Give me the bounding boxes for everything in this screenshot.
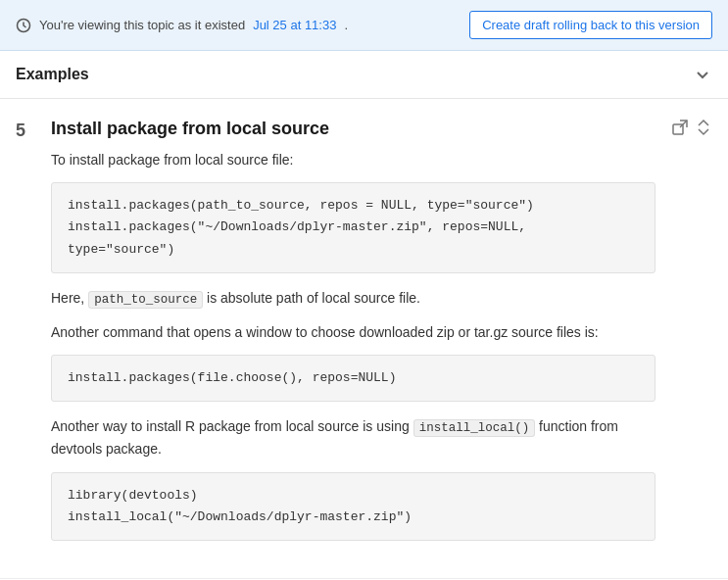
entry-actions <box>671 119 712 136</box>
code-line: library(devtools) <box>68 485 639 507</box>
banner-message: You're viewing this topic as it existed … <box>16 18 348 33</box>
entry-body: Install package from local source To ins… <box>51 119 655 555</box>
code-line: install.packages("~/Downloads/dplyr-mast… <box>68 217 639 260</box>
external-link-icon[interactable] <box>671 119 689 136</box>
section-header: Examples <box>0 51 728 99</box>
note-text-before: Here, <box>51 290 84 306</box>
code-line: install.packages(file.choose(), repos=NU… <box>68 367 639 389</box>
create-draft-button[interactable]: Create draft rolling back to this versio… <box>469 11 712 39</box>
clock-icon <box>16 18 31 33</box>
entry-title: Install package from local source <box>51 119 655 139</box>
entry-number: 5 <box>16 119 35 141</box>
inline-code-1: path_to_source <box>88 291 203 309</box>
note-text-3-before: Another way to install R package from lo… <box>51 418 410 434</box>
entry-note-2: Another command that opens a window to c… <box>51 321 655 343</box>
section-title: Examples <box>16 66 89 83</box>
code-line: install.packages(path_to_source, repos =… <box>68 195 639 217</box>
code-block-2: install.packages(file.choose(), repos=NU… <box>51 355 655 402</box>
entry-intro-text: To install package from local source fil… <box>51 149 655 170</box>
entry-note-3: Another way to install R package from lo… <box>51 415 655 459</box>
code-block-1: install.packages(path_to_source, repos =… <box>51 182 655 272</box>
banner-date-link[interactable]: Jul 25 at 11:33 <box>253 18 336 32</box>
code-block-3: library(devtools) install_local("~/Downl… <box>51 472 655 541</box>
note-text-after: is absolute path of local source file. <box>207 290 420 306</box>
content-area: 5 Install package from local source To i… <box>0 99 728 570</box>
inline-code-2: install_local() <box>413 419 536 437</box>
entry-row: 5 Install package from local source To i… <box>16 119 712 555</box>
history-banner: You're viewing this topic as it existed … <box>0 0 728 51</box>
entry-note-1: Here, path_to_source is absolute path of… <box>51 287 655 310</box>
banner-viewing-text: You're viewing this topic as it existed <box>39 18 245 32</box>
chevron-down-icon[interactable] <box>693 65 712 84</box>
collapse-icon[interactable] <box>695 119 712 136</box>
code-line: install_local("~/Downloads/dplyr-master.… <box>68 507 639 528</box>
